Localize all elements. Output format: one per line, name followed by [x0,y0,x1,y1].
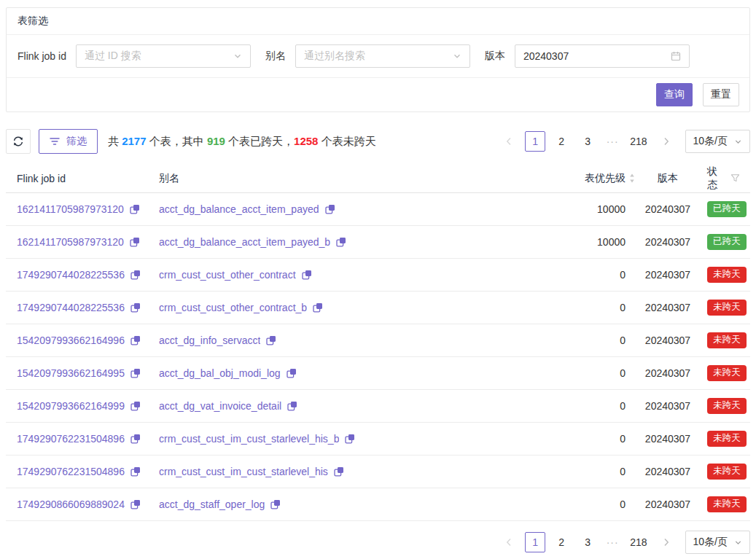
version-value: 20240307 [636,269,700,281]
copy-icon[interactable] [130,368,141,378]
total-count: 2177 [122,135,146,147]
priority-value: 0 [515,466,636,477]
job-id-link[interactable]: 1749290762231504896 [17,466,125,477]
status-badge: 未跨天 [707,464,747,480]
alias-link[interactable]: acct_dg_info_servacct [159,335,260,346]
filter-toggle-label: 筛选 [66,135,87,148]
col-alias[interactable]: 别名 [159,172,515,185]
col-status-label: 状态 [707,165,725,192]
alias-link[interactable]: crm_cust_cust_im_cust_starlevel_his_b [159,433,339,445]
version-value: 20240307 [636,302,700,313]
refresh-button[interactable] [6,129,31,154]
refresh-icon [12,136,24,147]
alias-link[interactable]: acct_dg_vat_invoice_detail [159,400,281,412]
version-value: 20240307 [636,466,700,477]
table-row: 1542097993662164995 acct_dg_bal_obj_modi… [6,357,750,390]
query-button[interactable]: 查询 [656,83,693,106]
copy-icon[interactable] [130,499,141,509]
prev-page-button[interactable] [499,532,519,552]
col-flink-job-id[interactable]: Flink job id [17,173,159,184]
crossed-count: 919 [207,135,225,147]
copy-icon[interactable] [130,204,140,214]
table-header: Flink job id 别名 表优先级 版本 状态 [6,164,750,193]
alias-link[interactable]: acct_dg_balance_acct_item_payed [159,203,319,215]
table-row: 1749290744028225536 crm_cust_cust_other_… [6,292,750,324]
alias-label: 别名 [265,50,286,63]
version-value: 20240307 [636,335,700,346]
page-size-select[interactable]: 10条/页 [685,130,750,153]
alias-placeholder: 通过别名搜索 [304,50,365,63]
job-id-link[interactable]: 1749290744028225536 [17,269,125,281]
job-id-link[interactable]: 1749290744028225536 [17,302,125,313]
page-ellipsis[interactable]: ··· [604,136,621,147]
job-id-link[interactable]: 1749290762231504896 [17,433,125,445]
job-id-link[interactable]: 1542097993662164999 [17,400,125,412]
copy-icon[interactable] [313,302,323,313]
table-row: 1749290744028225536 crm_cust_cust_other_… [6,259,750,292]
page-button-1[interactable]: 1 [525,532,545,552]
job-id-link[interactable]: 1542097993662164996 [17,335,125,346]
col-priority[interactable]: 表优先级 [515,172,636,185]
col-status[interactable]: 状态 [700,165,740,192]
priority-value: 0 [515,302,636,313]
page-button-2[interactable]: 2 [551,532,572,552]
filter-lines-icon [50,137,60,146]
job-id-link[interactable]: 1749290866069889024 [17,499,125,510]
alias-select[interactable]: 通过别名搜索 [295,44,470,68]
page-button-218[interactable]: 218 [627,131,650,152]
priority-value: 0 [515,433,636,445]
page-size-select[interactable]: 10条/页 [685,531,750,554]
priority-value: 0 [515,400,636,412]
funnel-filter-icon[interactable] [730,173,740,183]
copy-icon[interactable] [287,368,297,378]
page-button-1[interactable]: 1 [525,131,545,152]
copy-icon[interactable] [130,466,141,477]
next-page-button[interactable] [656,532,677,552]
calendar-icon [671,51,681,61]
copy-icon[interactable] [287,401,297,411]
copy-icon[interactable] [334,466,344,477]
copy-icon[interactable] [336,237,346,247]
job-id-link[interactable]: 1621411705987973120 [17,203,124,215]
job-id-link[interactable]: 1542097993662164995 [17,367,125,379]
page-button-3[interactable]: 3 [577,131,598,152]
copy-icon[interactable] [130,302,141,313]
alias-link[interactable]: crm_cust_cust_other_contract_b [159,302,307,313]
summary-mid2: 个表已跨天， [225,135,294,147]
sorter-icon[interactable] [628,173,636,184]
flink-job-id-label: Flink job id [17,50,66,62]
table-row: 1749290762231504896 crm_cust_cust_im_cus… [6,423,750,456]
copy-icon[interactable] [345,434,355,444]
filter-actions: 查询 重置 [7,78,749,112]
copy-icon[interactable] [130,434,141,444]
filter-row: Flink job id 通过 ID 搜索 别名 通过别名搜索 版本 20240… [7,35,749,78]
table-toolbar: 筛选 共 2177 个表，其中 919 个表已跨天，1258 个表未跨天 123… [6,129,750,154]
reset-button[interactable]: 重置 [703,83,739,106]
flink-job-id-select[interactable]: 通过 ID 搜索 [76,44,251,68]
copy-icon[interactable] [130,270,141,280]
filter-toggle-button[interactable]: 筛选 [39,129,98,154]
alias-link[interactable]: crm_cust_cust_other_contract [159,269,296,281]
copy-icon[interactable] [266,335,276,345]
status-badge: 未跨天 [707,496,747,512]
status-badge: 未跨天 [707,267,747,283]
copy-icon[interactable] [130,401,141,411]
copy-icon[interactable] [302,270,312,280]
col-version[interactable]: 版本 [636,172,700,185]
copy-icon[interactable] [130,237,140,247]
alias-link[interactable]: crm_cust_cust_im_cust_starlevel_his [159,466,328,477]
page-ellipsis[interactable]: ··· [604,536,621,548]
copy-icon[interactable] [130,335,141,345]
copy-icon[interactable] [325,204,335,214]
alias-link[interactable]: acct_dg_staff_oper_log [159,499,265,510]
page-button-218[interactable]: 218 [627,532,650,552]
copy-icon[interactable] [270,499,281,509]
page-button-2[interactable]: 2 [551,131,572,152]
next-page-button[interactable] [656,131,677,152]
page-button-3[interactable]: 3 [577,532,598,552]
prev-page-button[interactable] [499,131,519,152]
job-id-link[interactable]: 1621411705987973120 [17,236,124,248]
version-date-picker[interactable]: 20240307 [515,44,690,68]
alias-link[interactable]: acct_dg_balance_acct_item_payed_b [159,236,330,248]
alias-link[interactable]: acct_dg_bal_obj_modi_log [159,367,281,379]
